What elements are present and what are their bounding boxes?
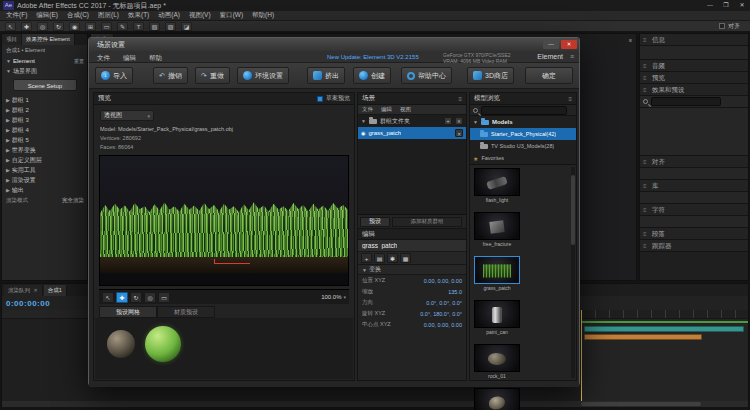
menu-edit[interactable]: 编辑(E)	[36, 11, 58, 20]
effect-row-custom-layers[interactable]: ▶自定义图层	[2, 155, 87, 165]
add-to-group-icon[interactable]: +	[444, 117, 452, 125]
menu-help[interactable]: 帮助(H)	[252, 11, 274, 20]
menu-window[interactable]: 窗口(W)	[220, 11, 243, 20]
tab-project[interactable]: 项目	[2, 34, 22, 45]
prop-value[interactable]: 135.0	[448, 289, 462, 295]
maximize-icon[interactable]: ❐	[718, 0, 734, 11]
remove-object-icon[interactable]: ✕	[455, 129, 463, 137]
frame-mode-icon[interactable]: ▭	[158, 292, 170, 303]
panel-menu-icon[interactable]: ≡	[625, 35, 636, 45]
ok-button[interactable]: 确定	[525, 67, 573, 84]
model-cell-grass-patch[interactable]: grass_patch	[474, 256, 520, 297]
transform-section-header[interactable]: ▼ 变换	[358, 265, 466, 275]
effect-row-world-transform[interactable]: ▶世界变换	[2, 145, 87, 155]
model-search-input[interactable]	[481, 106, 567, 115]
brush-tool-icon[interactable]: ▧	[149, 22, 160, 31]
text-tool-icon[interactable]: T	[133, 22, 144, 31]
effect-row-utilities[interactable]: ▶实用工具	[2, 165, 87, 175]
pan-behind-tool-icon[interactable]: ⊞	[85, 22, 96, 31]
prop-value[interactable]: 0.00, 0.00, 0.00	[424, 322, 462, 328]
twirl-open-icon[interactable]: ▼	[6, 68, 11, 74]
create-button[interactable]: 创建	[353, 67, 391, 84]
scene-menu-file[interactable]: 文件	[362, 106, 373, 113]
panel-tracker[interactable]: ≡跟踪器	[640, 240, 748, 252]
tree-starter-pack[interactable]: Starter_Pack_Physical(42)	[470, 128, 576, 140]
panel-character[interactable]: ≡字符	[640, 204, 748, 216]
time-ruler[interactable]	[581, 310, 748, 319]
select-mode-icon[interactable]: ↖	[102, 292, 114, 303]
gear-icon[interactable]: ✱	[387, 253, 398, 263]
effects-presets-search-input[interactable]	[651, 97, 721, 106]
effect-row-output[interactable]: ▶输出	[2, 185, 87, 195]
tab-render-queue[interactable]: 渲染队列 ✕	[4, 285, 43, 296]
draft-preview-checkbox[interactable]	[317, 96, 323, 102]
extrude-button[interactable]: 挤出	[307, 67, 345, 84]
update-link[interactable]: New Update: Element 3D V2.2155	[327, 54, 419, 60]
twirl-open-icon[interactable]: ▼	[6, 58, 11, 64]
selection-tool-icon[interactable]: ↖	[5, 22, 16, 31]
snap-checkbox[interactable]	[719, 23, 725, 29]
move-mode-icon[interactable]: ✚	[116, 292, 128, 303]
grid-icon[interactable]: ▦	[400, 253, 411, 263]
chevron-down-icon[interactable]: ▾	[343, 294, 346, 300]
effect-row-group5[interactable]: ▶群组 5	[2, 135, 87, 145]
menu-file[interactable]: 文件(F)	[6, 11, 27, 20]
panel-info[interactable]: ≡信息	[640, 34, 748, 46]
menu-layer[interactable]: 图层(L)	[98, 11, 119, 20]
tab-timeline-comp1[interactable]: 合成1	[44, 285, 67, 296]
prop-value[interactable]: 0.0°, 180.0°, 0.0°	[420, 311, 462, 317]
effect-row-group2[interactable]: ▶群组 2	[2, 105, 87, 115]
camera-tool-icon[interactable]: ◉	[69, 22, 80, 31]
prop-value[interactable]: 0.00, 0.00, 0.00	[424, 278, 462, 284]
tree-favorites[interactable]: ★ Favorites	[470, 152, 576, 164]
tab-material-presets[interactable]: 材质预设	[157, 306, 215, 318]
scene-row-group-folder[interactable]: ▼ 群组文件夹 + ✕	[358, 115, 466, 127]
model-cell-rock-02[interactable]: rock_02	[474, 388, 520, 410]
model-cell-paint-can[interactable]: paint_can	[474, 300, 520, 341]
menu-view[interactable]: 视图(V)	[189, 11, 211, 20]
modal-menu-help[interactable]: 帮助	[149, 54, 162, 63]
modal-menu-edit[interactable]: 编辑	[123, 54, 136, 63]
scene-panel-menu-icon[interactable]: ≡	[458, 96, 462, 102]
model-grid-scrollbar[interactable]	[571, 167, 575, 378]
effect-row-render-settings[interactable]: ▶渲染设置	[2, 175, 87, 185]
import-button[interactable]: ↓ 导入	[95, 67, 133, 84]
add-icon[interactable]: +	[361, 253, 372, 263]
panel-libraries[interactable]: ≡库	[640, 180, 748, 192]
scrollbar-thumb[interactable]	[571, 175, 575, 245]
tab-preset-mesh[interactable]: 预设网格	[99, 306, 157, 318]
undo-button[interactable]: ↶ 撤销	[153, 67, 188, 84]
close-tab-icon[interactable]: ✕	[34, 287, 38, 293]
view-dropdown[interactable]: 透视图 ▾	[100, 110, 154, 121]
panel-effects-presets[interactable]: ≡效果和预设	[640, 84, 748, 96]
effect-row-group4[interactable]: ▶群组 4	[2, 125, 87, 135]
presets-tab[interactable]: 预设	[360, 217, 390, 227]
render-mode-value[interactable]: 完全渲染	[62, 197, 84, 204]
menu-composition[interactable]: 合成(C)	[67, 11, 89, 20]
pen-tool-icon[interactable]: ✎	[117, 22, 128, 31]
current-time-indicator[interactable]	[581, 310, 582, 401]
rotation-tool-icon[interactable]: ↻	[53, 22, 64, 31]
panel-paragraph[interactable]: ≡段落	[640, 228, 748, 240]
remove-group-icon[interactable]: ✕	[455, 117, 463, 125]
material-thumb-rock[interactable]	[107, 330, 135, 358]
zoom-mode-icon[interactable]: ◎	[144, 292, 156, 303]
stamp-tool-icon[interactable]: ▨	[165, 22, 176, 31]
add-material-group-tab[interactable]: 添加材质群组	[392, 217, 462, 227]
shape-tool-icon[interactable]: ▭	[101, 22, 112, 31]
material-thumb-grass[interactable]	[145, 326, 181, 362]
prop-value[interactable]: 0.0°, 0.0°, 0.0°	[426, 300, 462, 306]
scene-setup-button[interactable]: Scene Setup	[13, 79, 77, 91]
scene-menu-view[interactable]: 视图	[400, 106, 411, 113]
panel-preview[interactable]: ≡预览	[640, 72, 748, 84]
timecode-display[interactable]: 0:00:00:00	[6, 299, 50, 308]
hand-tool-icon[interactable]: ✚	[21, 22, 32, 31]
panel-align[interactable]: ≡对齐	[640, 156, 748, 168]
scene-interface-group[interactable]: ▼ 场景界面	[2, 66, 87, 76]
model-cell-rock-01[interactable]: rock_01	[474, 344, 520, 385]
modal-panel-menu-icon[interactable]: ≡	[570, 53, 574, 60]
store-button[interactable]: 3D商店	[467, 67, 514, 84]
modal-minimize-icon[interactable]: —	[543, 40, 559, 49]
scene-menu-edit[interactable]: 编辑	[381, 106, 392, 113]
tree-tv-studio[interactable]: TV Studio U3_Models(28)	[470, 140, 576, 152]
